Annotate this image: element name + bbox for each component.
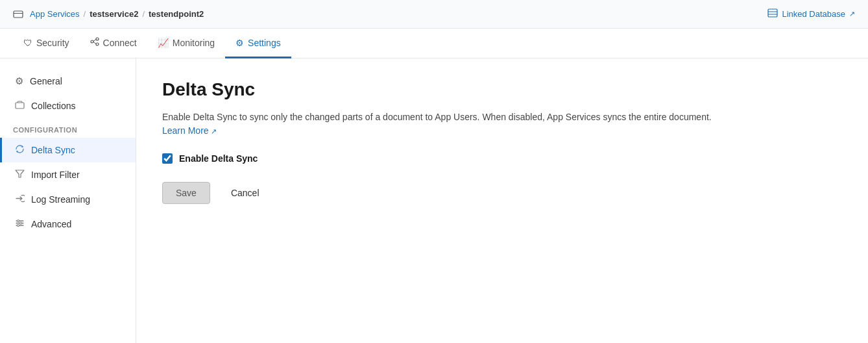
svg-line-8	[93, 40, 96, 42]
sidebar-item-collections[interactable]: Collections	[0, 94, 136, 118]
cancel-button[interactable]: Cancel	[218, 183, 272, 203]
breadcrumb-service[interactable]: testservice2	[90, 9, 138, 19]
linked-db-icon	[767, 8, 778, 20]
tab-monitoring[interactable]: 📈 Monitoring	[147, 29, 225, 58]
sidebar-log-streaming-label: Log Streaming	[31, 194, 90, 205]
external-link-icon: ↗	[849, 10, 855, 18]
sidebar-item-log-streaming[interactable]: Log Streaming	[0, 187, 136, 212]
svg-marker-11	[16, 170, 24, 177]
shield-icon: 🛡	[23, 38, 32, 48]
linked-db-label: Linked Database	[782, 9, 845, 19]
breadcrumb-sep2: /	[142, 9, 145, 19]
sidebar-advanced-label: Advanced	[31, 219, 71, 229]
svg-point-6	[96, 38, 99, 40]
tab-connect-label: Connect	[103, 38, 137, 48]
tab-security-label: Security	[36, 38, 69, 48]
sidebar-item-import-filter[interactable]: Import Filter	[0, 162, 136, 187]
action-buttons: Save Cancel	[162, 182, 842, 204]
enable-delta-sync-row: Enable Delta Sync	[162, 153, 842, 164]
sidebar-delta-sync-label: Delta Sync	[31, 145, 75, 155]
svg-rect-2	[768, 9, 777, 17]
svg-point-16	[20, 222, 22, 224]
breadcrumb-endpoint: testendpoint2	[149, 9, 204, 19]
learn-more-label: Learn More	[162, 125, 209, 136]
sidebar: ⚙ General Collections Configuration	[0, 58, 136, 343]
main-content: Delta Sync Enable Delta Sync to sync onl…	[136, 58, 868, 343]
enable-delta-sync-label[interactable]: Enable Delta Sync	[179, 153, 258, 164]
sidebar-collections-label: Collections	[31, 101, 75, 111]
description-text: Enable Delta Sync to sync only the chang…	[162, 110, 720, 138]
breadcrumb-sep1: /	[84, 9, 86, 19]
tab-settings[interactable]: ⚙ Settings	[225, 29, 291, 58]
settings-icon: ⚙	[235, 38, 244, 48]
svg-point-15	[18, 220, 19, 222]
main-layout: ⚙ General Collections Configuration	[0, 58, 868, 343]
sidebar-item-advanced[interactable]: Advanced	[0, 212, 136, 236]
linked-database-link[interactable]: Linked Database ↗	[767, 8, 855, 20]
log-streaming-icon	[15, 194, 25, 205]
gear-icon: ⚙	[15, 75, 23, 87]
import-filter-icon	[15, 169, 25, 181]
svg-point-7	[96, 43, 99, 45]
tab-connect[interactable]: Connect	[80, 29, 147, 58]
svg-rect-10	[16, 103, 24, 108]
breadcrumb: App Services / testservice2 / testendpoi…	[13, 9, 204, 19]
learn-more-link[interactable]: Learn More ↗	[162, 125, 217, 136]
sidebar-section-configuration: Configuration	[0, 118, 136, 138]
description-body: Enable Delta Sync to sync only the chang…	[162, 112, 712, 122]
svg-point-17	[18, 225, 19, 227]
svg-rect-0	[14, 11, 23, 18]
enable-delta-sync-checkbox[interactable]	[162, 153, 173, 164]
breadcrumb-app-services[interactable]: App Services	[30, 9, 80, 19]
sidebar-item-delta-sync[interactable]: Delta Sync	[0, 138, 136, 162]
collections-icon	[15, 100, 25, 112]
monitoring-icon: 📈	[158, 38, 169, 48]
svg-line-9	[93, 42, 96, 44]
sidebar-item-general[interactable]: ⚙ General	[0, 69, 136, 94]
page-title: Delta Sync	[162, 79, 842, 100]
external-link-icon: ↗	[211, 127, 217, 135]
delta-sync-icon	[15, 144, 25, 156]
app-services-icon	[13, 9, 23, 19]
tab-monitoring-label: Monitoring	[173, 38, 215, 48]
top-bar: App Services / testservice2 / testendpoi…	[0, 0, 868, 29]
svg-point-5	[91, 40, 93, 43]
tab-settings-label: Settings	[248, 38, 281, 48]
sidebar-general-label: General	[30, 76, 62, 86]
advanced-icon	[15, 218, 25, 230]
tab-security[interactable]: 🛡 Security	[13, 29, 80, 58]
connect-icon	[90, 37, 99, 48]
save-button[interactable]: Save	[162, 182, 210, 204]
tab-navigation: 🛡 Security Connect 📈 Monitoring ⚙ Settin…	[0, 29, 868, 58]
sidebar-import-filter-label: Import Filter	[31, 170, 80, 180]
